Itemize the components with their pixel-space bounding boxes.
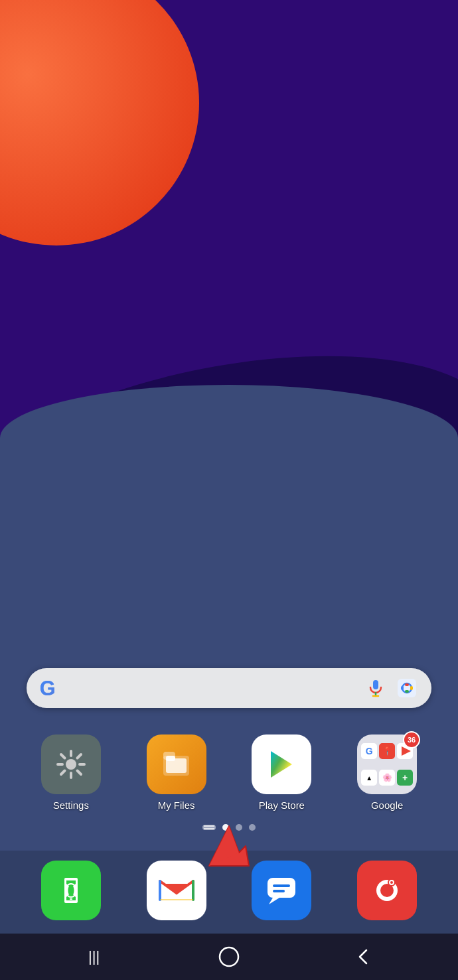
svg-line-17 [77,771,81,775]
recent-apps-button[interactable]: ||| [74,944,114,970]
dock-phone[interactable] [20,861,122,920]
svg-rect-32 [273,890,285,892]
voice-search-icon[interactable] [364,676,388,700]
phone-icon [41,861,101,920]
playstore-label: Play Store [259,800,305,811]
svg-rect-8 [410,686,413,690]
playstore-icon [252,735,311,794]
cursor-hand-icon [206,823,252,877]
svg-rect-2 [373,680,378,689]
svg-text:G: G [40,677,56,699]
svg-rect-37 [220,947,238,966]
svg-rect-23 [166,756,175,761]
myfiles-icon [147,735,206,794]
home-screen: G G [0,0,458,980]
app-settings[interactable]: Settings [20,735,122,811]
search-bar-container: G G [0,668,458,708]
svg-rect-31 [273,884,290,887]
google-folder-badge: 36 [403,731,420,748]
svg-line-19 [61,771,65,775]
svg-point-11 [66,759,76,770]
app-playstore[interactable]: Play Store [231,735,333,811]
settings-icon [41,735,101,794]
google-logo-icon: G G [38,676,62,700]
google-folder-label: Google [371,800,403,811]
svg-marker-30 [269,898,279,904]
back-button[interactable] [344,944,384,970]
messages-icon [252,861,311,920]
google-search-bar[interactable]: G G [27,668,431,708]
settings-label: Settings [53,800,89,811]
record-icon [357,861,417,920]
svg-line-16 [61,754,65,758]
svg-rect-29 [267,878,295,898]
svg-line-18 [77,754,81,758]
myfiles-label: My Files [158,800,195,811]
app-google-folder[interactable]: G 📍 ▲ 🌸 + 36 Google [336,735,438,811]
gmail-icon [147,861,206,920]
svg-rect-9 [405,690,409,693]
svg-marker-24 [271,751,292,778]
app-grid: Settings My Files [0,735,458,811]
svg-rect-7 [405,683,409,686]
navigation-bar: ||| [0,934,458,980]
app-myfiles[interactable]: My Files [125,735,228,811]
svg-point-36 [390,881,393,884]
google-lens-icon[interactable] [394,675,420,701]
svg-rect-5 [398,679,416,697]
home-button[interactable] [209,944,249,970]
dock-record[interactable] [336,861,438,920]
svg-rect-10 [401,686,404,690]
